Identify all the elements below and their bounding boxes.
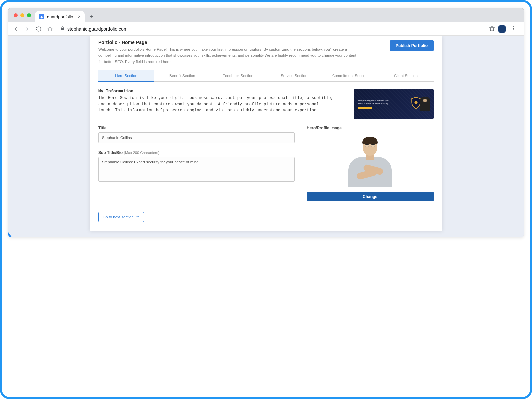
- page-description: Welcome to your portfolio's Home Page! T…: [98, 46, 361, 65]
- hero-image-label: Hero/Profile Image: [307, 126, 434, 130]
- preview-guard-avatar: [420, 97, 430, 111]
- selection-corner-indicator: [8, 232, 12, 237]
- favicon-icon: ◆: [39, 14, 44, 19]
- tab-service-section[interactable]: Service Section: [266, 70, 322, 81]
- browser-window: ◆ guardportfolio × +: [8, 8, 524, 237]
- address-bar[interactable]: stephanie.guardportfolio.com: [56, 24, 488, 34]
- window-maximize-icon[interactable]: [27, 13, 31, 17]
- tab-feedback-section[interactable]: Feedback Section: [210, 70, 266, 81]
- hero-info-description: The Hero Section is like your digital bu…: [98, 95, 334, 114]
- nav-back-button[interactable]: [11, 24, 21, 34]
- arrow-right-icon: [136, 215, 140, 219]
- browser-profile-avatar[interactable]: [498, 25, 506, 33]
- subtitle-textarea[interactable]: [98, 157, 295, 182]
- profile-avatar-placeholder: [345, 134, 395, 187]
- url-text: stephanie.guardportfolio.com: [67, 26, 128, 32]
- new-tab-button[interactable]: +: [87, 12, 96, 21]
- next-section-label: Go to next section: [103, 215, 134, 219]
- shield-icon: [410, 97, 422, 111]
- tab-commitment-section[interactable]: Commitment Section: [322, 70, 378, 81]
- nav-home-button[interactable]: [45, 24, 55, 34]
- hero-preview-thumbnail: Safeguarding What Matters Most with Comp…: [354, 89, 434, 119]
- tab-benefit-section[interactable]: Benefit Section: [154, 70, 210, 81]
- hero-section-body: My Information The Hero Section is like …: [98, 89, 434, 119]
- page-card: Portfolio - Home Page Welcome to your po…: [90, 36, 442, 231]
- title-input[interactable]: [98, 132, 295, 143]
- hero-info-heading: My Information: [98, 89, 344, 94]
- browser-nav-bar: stephanie.guardportfolio.com: [8, 22, 524, 36]
- browser-tab-title: guardportfolio: [47, 14, 73, 19]
- svg-point-4: [414, 101, 417, 104]
- nav-reload-button[interactable]: [34, 24, 44, 34]
- svg-marker-0: [490, 26, 495, 31]
- tab-client-section[interactable]: Client Section: [378, 70, 434, 81]
- nav-forward-button[interactable]: [22, 24, 32, 34]
- page-header: Portfolio - Home Page Welcome to your po…: [98, 40, 434, 65]
- screenshot-frame: ◆ guardportfolio × +: [0, 0, 532, 399]
- title-field-label: Title: [98, 126, 295, 130]
- svg-point-1: [513, 26, 514, 27]
- section-tabs: Hero Section Benefit Section Feedback Se…: [98, 70, 434, 82]
- browser-viewport: Portfolio - Home Page Welcome to your po…: [8, 36, 524, 237]
- tab-hero-section[interactable]: Hero Section: [98, 70, 154, 82]
- preview-line-2: with Competence and Certainty: [358, 102, 389, 105]
- traffic-lights: [14, 13, 31, 17]
- browser-tab-strip: ◆ guardportfolio × +: [8, 8, 524, 22]
- svg-point-3: [513, 29, 514, 30]
- change-image-button[interactable]: Change: [307, 192, 434, 201]
- page-title: Portfolio - Home Page: [98, 40, 361, 45]
- hero-form-row: Title Sub Title/Bio (Max 200 Characters): [98, 126, 434, 201]
- hero-profile-image: [307, 132, 434, 187]
- subtitle-label-hint: (Max 200 Characters): [124, 151, 159, 155]
- svg-point-2: [513, 28, 514, 29]
- browser-menu-icon[interactable]: [509, 26, 518, 32]
- preview-cta-bar: [358, 107, 372, 109]
- window-close-icon[interactable]: [14, 13, 18, 17]
- window-minimize-icon[interactable]: [20, 13, 24, 17]
- subtitle-field-label: Sub Title/Bio (Max 200 Characters): [98, 150, 295, 155]
- browser-tab[interactable]: ◆ guardportfolio ×: [35, 11, 85, 22]
- tab-close-icon[interactable]: ×: [78, 14, 81, 19]
- lock-icon: [60, 26, 65, 32]
- subtitle-label-text: Sub Title/Bio: [98, 150, 123, 155]
- bookmark-star-icon[interactable]: [489, 25, 495, 33]
- publish-portfolio-button[interactable]: Publish Portfolio: [390, 40, 434, 51]
- go-to-next-section-button[interactable]: Go to next section: [98, 212, 144, 222]
- preview-line-1: Safeguarding What Matters Most: [358, 99, 389, 102]
